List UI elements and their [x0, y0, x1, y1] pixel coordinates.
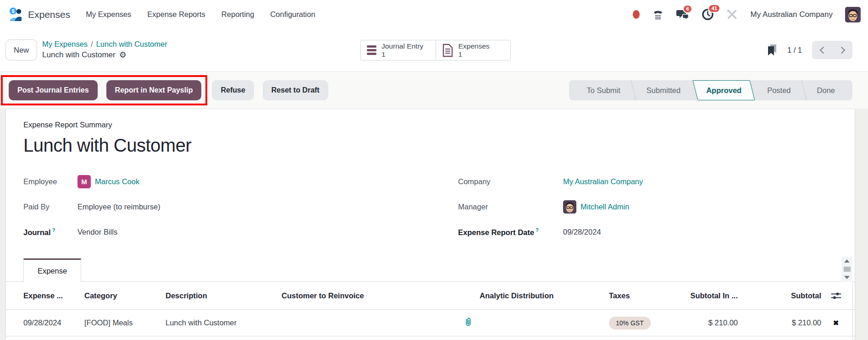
form-background: Expense Report Summary Lunch with Custom… — [0, 109, 868, 340]
voip-phone-icon[interactable] — [652, 9, 664, 20]
bookmark-icon[interactable] — [768, 44, 777, 56]
activities-badge: 41 — [708, 4, 720, 13]
tax-badge[interactable]: 10% GST — [609, 317, 651, 329]
expenses-app-icon: $ — [8, 7, 23, 22]
journal-value[interactable]: Vendor Bills — [77, 228, 117, 236]
manager-link[interactable]: Mitchell Admin — [581, 203, 629, 211]
status-pipeline: To Submit Submitted Approved Posted Done — [569, 80, 852, 100]
pager-previous-button[interactable] — [812, 41, 832, 59]
scroll-down-arrow-icon[interactable] — [844, 276, 850, 279]
col-header-analytic[interactable]: Analytic Distribution — [480, 291, 609, 300]
app-switcher[interactable]: $ Expenses — [8, 7, 70, 22]
smart-buttons: Journal Entry 1 Expenses 1 — [360, 40, 511, 60]
cell-subtotal-in[interactable]: $ 210.00 — [669, 318, 738, 327]
paid-by-value[interactable]: Employee (to reimburse) — [77, 203, 160, 211]
tab-expense[interactable]: Expense — [23, 258, 81, 282]
delete-row-icon[interactable]: ✖ — [821, 319, 851, 327]
messages-icon[interactable]: 6 — [676, 9, 689, 21]
expenses-smart-button[interactable]: Expenses 1 — [436, 40, 511, 60]
top-navbar: $ Expenses My Expenses Expense Reports R… — [0, 0, 868, 29]
reset-to-draft-button[interactable]: Reset to Draft — [263, 80, 328, 100]
journal-entry-label: Journal Entry — [381, 42, 423, 50]
cell-subtotal[interactable]: $ 210.00 — [738, 318, 821, 327]
red-status-dot-icon — [633, 10, 640, 19]
stage-submitted[interactable]: Submitted — [634, 80, 693, 100]
stage-done[interactable]: Done — [804, 80, 848, 100]
post-journal-entries-button[interactable]: Post Journal Entries — [9, 80, 98, 100]
paid-by-label: Paid By — [23, 203, 77, 211]
scrollbar-thumb[interactable] — [844, 267, 851, 272]
debug-tools-icon[interactable] — [726, 9, 738, 20]
notebook-tabs: Expense — [6, 258, 855, 282]
page-title[interactable]: Lunch with Customer — [23, 133, 855, 157]
col-header-subtotal-in[interactable]: Subtotal In ... — [669, 291, 738, 300]
stage-approved-active[interactable]: Approved — [693, 80, 754, 100]
pager-next-button[interactable] — [832, 41, 852, 59]
col-header-description[interactable]: Description — [166, 291, 282, 300]
stage-to-submit[interactable]: To Submit — [574, 80, 633, 100]
report-date-value[interactable]: 09/28/2024 — [563, 228, 601, 236]
attachment-paperclip-icon[interactable] — [464, 317, 472, 327]
menu-my-expenses[interactable]: My Expenses — [86, 10, 131, 19]
report-date-field: Expense Report Date? 09/28/2024 — [458, 225, 643, 239]
col-header-expense-date[interactable]: Expense ... — [23, 291, 84, 300]
manager-label: Manager — [458, 203, 563, 211]
expenses-count: 1 — [459, 50, 490, 59]
table-right-divider — [852, 282, 853, 340]
summary-label: Expense Report Summary — [23, 120, 855, 130]
cell-description[interactable]: Lunch with Customer — [166, 318, 282, 327]
expense-table-row[interactable]: 09/28/2024 [FOOD] Meals Lunch with Custo… — [6, 310, 855, 336]
col-header-taxes[interactable]: Taxes — [609, 291, 669, 300]
menu-reporting[interactable]: Reporting — [221, 10, 254, 19]
expenses-app-window: $ Expenses My Expenses Expense Reports R… — [0, 0, 868, 340]
breadcrumb-parent-link[interactable]: My Expenses — [42, 40, 88, 48]
svg-text:$: $ — [11, 8, 14, 14]
journal-field: Journal? Vendor Bills — [23, 225, 855, 239]
cell-category[interactable]: [FOOD] Meals — [84, 318, 166, 327]
journal-entry-smart-button[interactable]: Journal Entry 1 — [361, 40, 436, 60]
app-name: Expenses — [28, 9, 70, 20]
expense-table-header: Expense ... Category Description Custome… — [6, 282, 855, 310]
journal-entry-count: 1 — [381, 50, 423, 59]
messages-badge: 6 — [683, 5, 692, 13]
pager-count: 1 / 1 — [787, 46, 802, 55]
col-header-customer[interactable]: Customer to Reinvoice — [282, 291, 480, 300]
systray: 6 41 My Australian Company — [633, 7, 861, 22]
expenses-document-icon — [442, 44, 453, 57]
report-in-next-payslip-button[interactable]: Report in Next Payslip — [106, 80, 202, 100]
activities-clock-icon[interactable]: 41 — [702, 8, 714, 21]
report-date-label: Expense Report Date? — [458, 227, 563, 237]
table-scrollbar[interactable] — [841, 257, 852, 282]
user-avatar[interactable] — [845, 7, 861, 22]
col-header-category[interactable]: Category — [84, 291, 166, 300]
journal-help-icon[interactable]: ? — [52, 227, 55, 233]
company-switcher[interactable]: My Australian Company — [750, 10, 833, 19]
new-button[interactable]: New — [6, 39, 37, 60]
annotation-red-box: Post Journal Entries Report in Next Pays… — [1, 75, 207, 105]
breadcrumb-current[interactable]: Lunch with Customer — [96, 40, 167, 48]
employee-label: Employee — [23, 177, 77, 186]
menu-expense-reports[interactable]: Expense Reports — [147, 10, 205, 19]
optional-columns-sliders-icon[interactable] — [831, 292, 841, 300]
chevron-left-icon — [819, 46, 827, 54]
report-date-help-icon[interactable]: ? — [536, 227, 539, 233]
form-sheet: Expense Report Summary Lunch with Custom… — [6, 109, 855, 340]
actions-gear-icon[interactable]: ⚙ — [119, 50, 127, 60]
scroll-up-arrow-icon[interactable] — [844, 259, 850, 263]
employee-link[interactable]: Marcus Cook — [95, 177, 139, 186]
main-menu: My Expenses Expense Reports Reporting Co… — [86, 10, 315, 19]
refuse-button[interactable]: Refuse — [212, 80, 254, 100]
cell-expense-date[interactable]: 09/28/2024 — [23, 318, 84, 327]
stage-posted[interactable]: Posted — [754, 80, 803, 100]
company-link[interactable]: My Australian Company — [563, 177, 643, 186]
form-fields: Employee M Marcus Cook Paid By Employee … — [23, 175, 855, 239]
paid-by-field: Paid By Employee (to reimburse) — [23, 200, 855, 214]
menu-configuration[interactable]: Configuration — [270, 10, 315, 19]
journal-label: Journal? — [23, 227, 77, 237]
statusbar: Post Journal Entries Report in Next Pays… — [0, 71, 868, 109]
journal-entry-bars-icon — [367, 45, 376, 55]
col-header-subtotal[interactable]: Subtotal — [738, 291, 821, 300]
employee-avatar: M — [77, 175, 91, 188]
control-panel: New My Expenses/Lunch with Customer Lunc… — [0, 29, 868, 71]
pager-area: 1 / 1 — [768, 41, 852, 59]
